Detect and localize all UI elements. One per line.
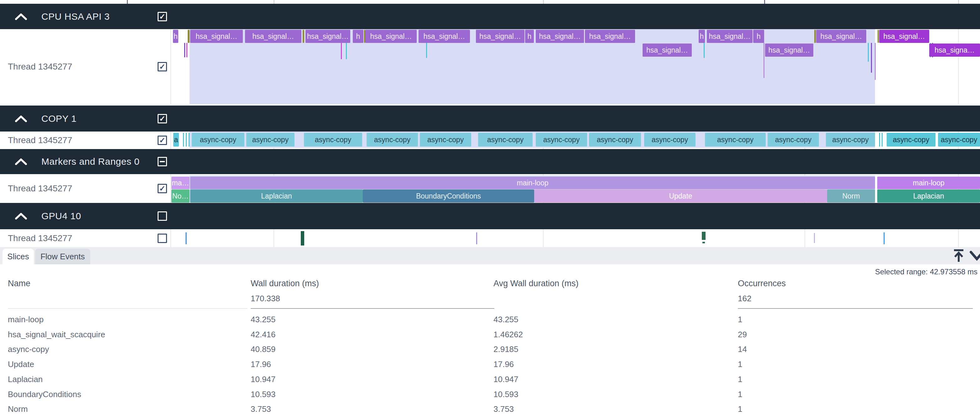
gpu-event-tick[interactable] <box>702 232 706 240</box>
thread-label: Thread 1345277 <box>8 233 72 243</box>
timeline-slice[interactable]: hsa_signal… <box>305 30 350 43</box>
tab-flow-events[interactable]: Flow Events <box>35 249 90 264</box>
cell-wall-duration: 10.947 <box>251 372 276 387</box>
column-header-wall-duration[interactable]: Wall duration (ms) <box>251 278 319 289</box>
chevron-up-icon[interactable] <box>15 13 27 20</box>
cell-wall-duration: 43.255 <box>251 312 276 327</box>
track-panel: Thread 1345277 <box>0 174 170 203</box>
cell-occurrences: 1 <box>738 357 742 372</box>
timeline-slice[interactable]: async-copy <box>589 133 641 147</box>
table-row[interactable]: BoundaryConditions10.59310.5931 <box>0 387 980 402</box>
timeline-slice[interactable]: async-copy <box>367 133 418 147</box>
timeline-slice[interactable]: async-copy <box>826 133 875 147</box>
thread-checkbox[interactable] <box>158 136 167 145</box>
thread-checkbox[interactable] <box>158 234 167 243</box>
timeline-slice[interactable]: hsa_signal… <box>816 30 866 43</box>
timeline-slice[interactable]: async-copy <box>887 133 935 147</box>
timeline-slice[interactable]: async-copy <box>246 133 294 147</box>
collapse-to-top-icon[interactable] <box>953 249 965 264</box>
section-header-markers[interactable]: Markers and Ranges 0 <box>0 149 980 174</box>
timeline-slice[interactable]: hsa_signa… <box>929 44 980 57</box>
chevron-up-icon[interactable] <box>15 213 27 219</box>
panel-divider <box>170 29 171 104</box>
timeline-slice[interactable]: hsa_signal… <box>707 30 752 43</box>
gpu-event-tick[interactable] <box>476 232 477 244</box>
column-header-occurrences[interactable]: Occurrences <box>738 278 786 289</box>
timeline-slice[interactable]: hsa_signal… <box>418 30 470 43</box>
section-checkbox[interactable] <box>158 114 167 124</box>
timeline-slice[interactable]: async-copy <box>420 133 471 147</box>
timeline-slice[interactable] <box>188 30 189 43</box>
section-header-cpu-hsa-api[interactable]: CPU HSA API 3 <box>0 4 980 29</box>
timeline-slice[interactable]: h <box>698 30 705 43</box>
section-title: GPU4 10 <box>41 211 81 221</box>
timeline-slice[interactable]: hsa_signal… <box>879 30 929 43</box>
timeline-slice[interactable]: async-copy <box>768 133 819 147</box>
column-header-name[interactable]: Name <box>8 278 30 289</box>
thread-checkbox[interactable] <box>158 184 167 193</box>
gpu-event-tick[interactable] <box>814 233 815 243</box>
timeline-slice[interactable]: Laplacian <box>877 189 980 203</box>
timeline-slice[interactable]: hsa_signal… <box>190 30 243 43</box>
section-checkbox[interactable] <box>158 211 167 221</box>
timeline-slice[interactable]: async-copy <box>536 133 587 147</box>
chevron-down-icon[interactable] <box>969 250 980 263</box>
timeline-slice[interactable] <box>814 30 816 43</box>
cell-occurrences: 1 <box>738 387 742 402</box>
thread-label: Thread 1345277 <box>8 62 72 72</box>
tab-slices[interactable]: Slices <box>3 249 34 264</box>
timeline-slice[interactable]: h <box>353 30 363 43</box>
timeline-slice[interactable]: h <box>173 30 178 43</box>
table-row[interactable]: Norm3.7533.7531 <box>0 401 980 414</box>
cell-avg-wall-duration: 3.753 <box>493 401 514 414</box>
gpu-event-tick[interactable] <box>301 231 304 246</box>
timeline-slice[interactable]: async-copy <box>938 133 980 147</box>
timeline-slice[interactable]: hsa_signal… <box>476 30 525 43</box>
table-row[interactable]: main-loop43.25543.2551 <box>0 312 980 327</box>
timeline-slice[interactable]: BoundaryConditions <box>363 189 534 203</box>
chevron-up-icon[interactable] <box>15 158 27 165</box>
table-row[interactable]: Laplacian10.94710.9471 <box>0 372 980 387</box>
section-header-copy[interactable]: COPY 1 <box>0 106 980 132</box>
timeline-slice[interactable]: async-copy <box>478 133 533 147</box>
section-checkbox[interactable] <box>158 12 167 21</box>
table-row[interactable]: Update17.9617.961 <box>0 357 980 372</box>
timeline-slice[interactable]: ma… <box>171 177 189 189</box>
gpu-event-tick[interactable] <box>186 232 187 244</box>
timeline-slice[interactable]: hsa_signal… <box>643 44 692 57</box>
timeline-slice[interactable]: hsa_signal… <box>245 30 301 43</box>
timeline-slice[interactable] <box>878 30 879 43</box>
gpu-event-tick[interactable] <box>702 242 705 243</box>
timeline-slice[interactable]: async-copy <box>705 133 766 147</box>
cell-occurrences: 1 <box>738 312 742 327</box>
timeline-slice[interactable]: async-copy <box>644 133 695 147</box>
thread-checkbox[interactable] <box>158 62 167 71</box>
chevron-up-icon[interactable] <box>15 115 27 122</box>
timeline-slice[interactable]: async-copy <box>192 133 244 147</box>
table-row[interactable]: hsa_signal_wait_scacquire42.4161.4626229 <box>0 327 980 342</box>
timeline-slice[interactable]: No… <box>171 189 189 203</box>
timeline-slice[interactable]: h <box>753 30 764 43</box>
timeline-slice[interactable] <box>303 30 304 43</box>
gpu-event-tick[interactable] <box>883 232 885 244</box>
column-header-avg-wall-duration[interactable]: Avg Wall duration (ms) <box>493 278 579 289</box>
timeline-slice[interactable]: Laplacian <box>190 189 363 203</box>
timeline-slice[interactable]: a <box>173 133 179 147</box>
slice-marker <box>881 133 883 147</box>
table-row[interactable]: async-copy40.8592.918514 <box>0 342 980 357</box>
timeline-slice[interactable]: main-loop <box>877 177 980 189</box>
track-row-copy: aasync-copyasync-copyasync-copyasync-cop… <box>0 132 980 149</box>
timeline-slice[interactable]: Update <box>534 189 827 203</box>
cell-wall-duration: 40.859 <box>251 342 276 357</box>
timeline-slice[interactable]: async-copy <box>304 133 362 147</box>
timeline-slice[interactable]: hsa_signal… <box>585 30 635 43</box>
timeline-slice[interactable]: hsa_signal… <box>536 30 584 43</box>
timeline-slice[interactable]: hsa_signal… <box>765 44 813 57</box>
timeline-slice[interactable]: Norm <box>827 189 875 203</box>
section-header-gpu[interactable]: GPU4 10 <box>0 203 980 229</box>
track-panel: Thread 1345277 <box>0 29 170 104</box>
timeline-slice[interactable]: hsa_signal… <box>365 30 417 43</box>
timeline-slice[interactable]: h <box>525 30 534 43</box>
section-checkbox[interactable] <box>158 157 167 166</box>
timeline-slice[interactable]: main-loop <box>190 177 875 189</box>
